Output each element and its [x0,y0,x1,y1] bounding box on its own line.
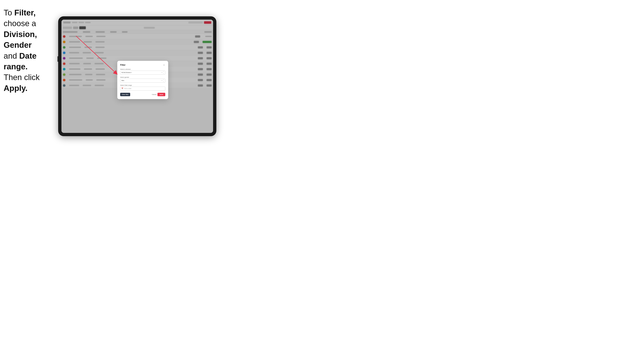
gender-arrow-icon: ⌃⌄ [163,79,164,82]
filter-modal: Filter × Select a division NCAA Division… [117,61,168,99]
modal-footer: Clear filter Cancel Apply [120,93,165,96]
apply-button[interactable]: Apply [158,93,165,96]
tablet-side-button [58,56,58,62]
date-form-group: Select Date range 📅 Pick a date [120,84,165,91]
select-icons-gender: × ⌃⌄ [162,79,164,82]
division-form-group: Select a division NCAA Division I × ⌃⌄ [120,68,165,75]
modal-title: Filter [120,64,126,66]
division-label: Select a division [120,68,165,70]
cancel-button[interactable]: Cancel [152,94,156,95]
calendar-icon: 📅 [122,88,123,89]
instruction-line3: and Date range. [4,51,36,71]
date-input[interactable]: 📅 Pick a date [120,87,165,91]
division-clear-icon[interactable]: × [162,72,162,73]
date-placeholder: Pick a date [124,88,132,89]
modal-overlay: Filter × Select a division NCAA Division… [62,20,213,133]
date-label: Select Date range [120,84,165,86]
gender-form-group: Select gender Men × ⌃⌄ [120,76,165,83]
modal-footer-right: Cancel Apply [152,93,165,96]
instruction-block: To Filter, choose a Division, Gender and… [4,7,56,93]
gender-clear-icon[interactable]: × [162,80,162,81]
modal-header: Filter × [120,64,165,66]
gender-value: Men [122,80,124,81]
instruction-bold2: Division, Gender [4,30,37,49]
tablet-screen: Filter × Select a division NCAA Division… [62,20,213,133]
division-arrow-icon: ⌃⌄ [163,71,164,74]
division-value: NCAA Division I [122,72,132,73]
instruction-line1: To Filter, choose a [4,8,36,28]
modal-close-button[interactable]: × [163,64,165,66]
division-select[interactable]: NCAA Division I × ⌃⌄ [120,71,165,75]
instruction-line4: Then click Apply. [4,73,40,92]
gender-label: Select gender [120,76,165,78]
select-icons: × ⌃⌄ [162,71,164,74]
tablet-frame: Filter × Select a division NCAA Division… [58,16,216,136]
clear-filter-button[interactable]: Clear filter [120,93,130,96]
gender-select[interactable]: Men × ⌃⌄ [120,79,165,83]
